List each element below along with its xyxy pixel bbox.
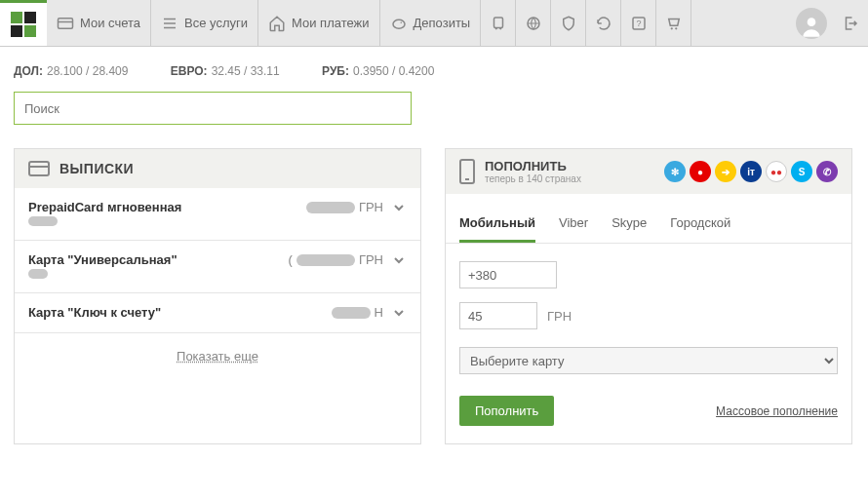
account-name: PrepaidCard мгновенная <box>28 200 306 214</box>
search-input[interactable] <box>14 92 412 125</box>
nav-cart-icon[interactable] <box>656 0 691 46</box>
nav-label: Все услуги <box>184 16 248 30</box>
nav-deposits[interactable]: Депозиты <box>380 0 482 46</box>
nav-help-icon[interactable]: ? <box>621 0 656 46</box>
operator-kyivstar-icon[interactable]: ✻ <box>664 161 686 182</box>
nav-label: Депозиты <box>414 16 471 30</box>
topup-button[interactable]: Пополнить <box>459 396 554 426</box>
svg-rect-3 <box>24 25 36 37</box>
account-name: Карта "Универсальная" <box>28 252 289 267</box>
tab-viber[interactable]: Viber <box>559 202 588 243</box>
operator-vodafone-icon[interactable]: ● <box>690 161 711 182</box>
account-row[interactable]: PrepaidCard мгновенная ГРН <box>15 188 420 241</box>
nav-payments[interactable]: Мои платежи <box>258 0 380 46</box>
svg-point-10 <box>400 21 402 23</box>
nav-globe-icon[interactable] <box>516 0 551 46</box>
svg-text:?: ? <box>636 19 641 28</box>
statements-panel: ВЫПИСКИ PrepaidCard мгновенная ГРН Карта… <box>14 148 421 444</box>
redacted <box>28 269 48 279</box>
currency-rates: ДОЛ:28.100 / 28.409 ЕВРО:32.45 / 33.11 Р… <box>0 47 868 92</box>
redacted <box>306 202 355 213</box>
avatar[interactable] <box>796 8 827 39</box>
piggy-icon <box>390 15 408 32</box>
operator-viber-icon[interactable]: ✆ <box>816 161 838 182</box>
nav-transport-icon[interactable] <box>481 0 516 46</box>
svg-point-19 <box>808 18 816 26</box>
svg-rect-0 <box>11 12 22 23</box>
redacted <box>332 307 371 319</box>
account-name: Карта "Ключ к счету" <box>28 305 332 320</box>
mass-topup-link[interactable]: Массовое пополнение <box>716 404 838 418</box>
redacted <box>296 254 355 266</box>
card-icon <box>28 161 50 176</box>
show-more-link[interactable]: Показать еще <box>15 333 420 379</box>
panel-title: ПОПОЛНИТЬ <box>485 159 581 173</box>
svg-rect-2 <box>11 25 22 37</box>
svg-point-9 <box>393 19 405 28</box>
svg-rect-11 <box>493 18 502 28</box>
amount-currency: ГРН <box>547 309 572 324</box>
nav-label: Мои платежи <box>292 16 370 30</box>
operator-peoplenet-icon[interactable]: ●● <box>766 161 787 182</box>
tab-landline[interactable]: Городской <box>670 202 730 243</box>
card-icon <box>57 15 74 32</box>
operator-skype-icon[interactable]: S <box>791 161 812 182</box>
list-icon <box>161 15 178 32</box>
operator-intertelecom-icon[interactable]: iт <box>740 161 762 182</box>
nav-refresh-icon[interactable] <box>586 0 621 46</box>
logo[interactable] <box>0 0 47 46</box>
nav-accounts[interactable]: Мои счета <box>47 0 151 46</box>
logout-button[interactable] <box>833 0 868 46</box>
svg-point-17 <box>670 27 672 29</box>
account-row[interactable]: Карта "Ключ к счету" Н <box>15 293 420 333</box>
operator-lifecell-icon[interactable]: ➔ <box>715 161 736 182</box>
nav-services[interactable]: Все услуги <box>151 0 258 46</box>
phone-input[interactable] <box>459 261 557 288</box>
svg-rect-1 <box>24 12 36 23</box>
house-icon <box>268 15 286 32</box>
card-select[interactable]: Выберите карту <box>459 347 838 374</box>
panel-subtitle: теперь в 140 странах <box>485 173 581 184</box>
tab-mobile[interactable]: Мобильный <box>459 202 535 243</box>
chevron-down-icon[interactable] <box>391 305 407 321</box>
amount-input[interactable] <box>459 302 537 329</box>
phone-icon <box>459 159 475 184</box>
topup-panel: ПОПОЛНИТЬ теперь в 140 странах ✻●➔iт●●S✆… <box>445 148 852 444</box>
svg-point-13 <box>499 27 501 29</box>
account-row[interactable]: Карта "Универсальная" (ГРН <box>15 241 420 293</box>
chevron-down-icon[interactable] <box>391 252 407 268</box>
svg-point-12 <box>494 27 496 29</box>
svg-point-18 <box>675 27 677 29</box>
tab-skype[interactable]: Skype <box>612 202 647 243</box>
svg-rect-4 <box>59 18 73 28</box>
panel-title: ВЫПИСКИ <box>59 161 134 176</box>
nav-label: Мои счета <box>80 16 140 30</box>
chevron-down-icon[interactable] <box>391 200 407 215</box>
nav-shield-icon[interactable] <box>551 0 586 46</box>
redacted <box>28 216 58 226</box>
